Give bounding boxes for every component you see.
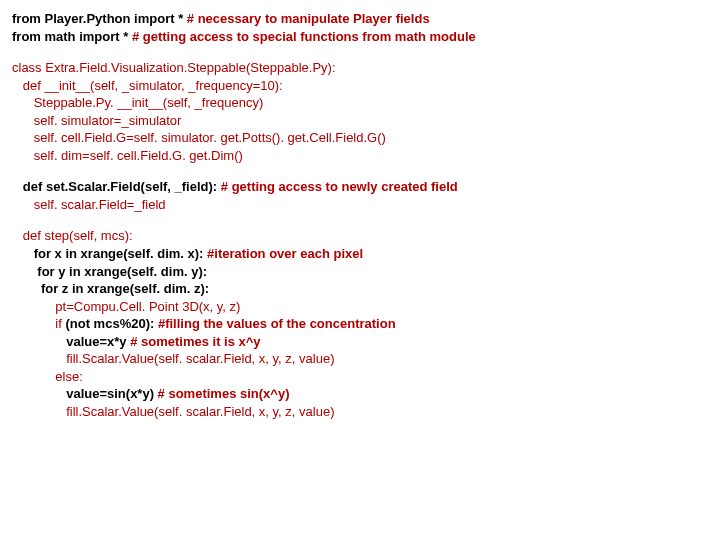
setscalar-block: def set.Scalar.Field(self, _field): # ge…	[12, 178, 708, 213]
code-line: else:	[12, 368, 708, 386]
code-text: for y in xrange(self. dim. y):	[37, 264, 207, 279]
code-text	[12, 334, 66, 349]
code-text: from Player.Python import *	[12, 11, 187, 26]
code-comment: # getting access to newly created field	[221, 179, 458, 194]
code-text: value=x*y	[66, 334, 130, 349]
class-block: class Extra.Field.Visualization.Steppabl…	[12, 59, 708, 164]
code-line: for z in xrange(self. dim. z):	[12, 280, 708, 298]
code-line: for y in xrange(self. dim. y):	[12, 263, 708, 281]
code-line: self. dim=self. cell.Field.G. get.Dim()	[12, 147, 708, 165]
code-text: for x in xrange(self. dim. x):	[34, 246, 207, 261]
code-text	[12, 386, 66, 401]
code-line: class Extra.Field.Visualization.Steppabl…	[12, 59, 708, 77]
code-text	[12, 246, 34, 261]
code-line: fill.Scalar.Value(self. scalar.Field, x,…	[12, 350, 708, 368]
code-line: def set.Scalar.Field(self, _field): # ge…	[12, 178, 708, 196]
code-line: Steppable.Py. __init__(self, _frequency)	[12, 94, 708, 112]
code-text: def set.Scalar.Field(self, _field):	[12, 179, 221, 194]
code-text: (not mcs%20):	[65, 316, 157, 331]
code-comment: #iteration over each pixel	[207, 246, 363, 261]
code-text	[12, 281, 41, 296]
code-line: self. simulator=_simulator	[12, 112, 708, 130]
code-text: value=sin(x*y)	[66, 386, 157, 401]
code-line: if (not mcs%20): #filling the values of …	[12, 315, 708, 333]
code-line: fill.Scalar.Value(self. scalar.Field, x,…	[12, 403, 708, 421]
code-text: from math import *	[12, 29, 132, 44]
code-line: from Player.Python import * # necessary …	[12, 10, 708, 28]
code-line: self. scalar.Field=_field	[12, 196, 708, 214]
code-line: def step(self, mcs):	[12, 227, 708, 245]
import-block: from Player.Python import * # necessary …	[12, 10, 708, 45]
code-line: value=x*y # sometimes it is x^y	[12, 333, 708, 351]
code-line: value=sin(x*y) # sometimes sin(x^y)	[12, 385, 708, 403]
code-line: for x in xrange(self. dim. x): #iteratio…	[12, 245, 708, 263]
code-comment: # sometimes it is x^y	[130, 334, 260, 349]
code-comment: #filling the values of the concentration	[158, 316, 396, 331]
code-line: self. cell.Field.G=self. simulator. get.…	[12, 129, 708, 147]
code-line: def __init__(self, _simulator, _frequenc…	[12, 77, 708, 95]
code-comment: # sometimes sin(x^y)	[158, 386, 290, 401]
code-line: from math import * # getting access to s…	[12, 28, 708, 46]
code-comment: # necessary to manipulate Player fields	[187, 11, 430, 26]
code-text	[12, 264, 37, 279]
code-text: if	[12, 316, 65, 331]
code-text: for z in xrange(self. dim. z):	[41, 281, 209, 296]
code-comment: # getting access to special functions fr…	[132, 29, 476, 44]
step-block: def step(self, mcs): for x in xrange(sel…	[12, 227, 708, 420]
code-line: pt=Compu.Cell. Point 3D(x, y, z)	[12, 298, 708, 316]
